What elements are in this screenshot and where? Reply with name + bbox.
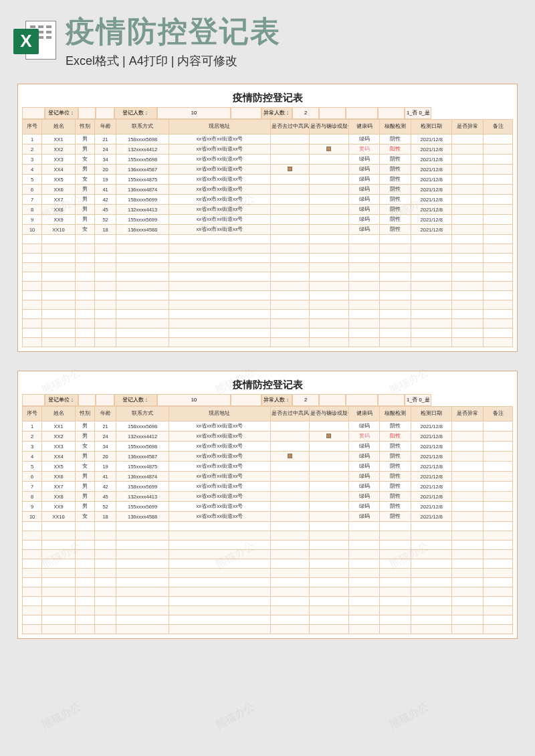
column-header: 年龄: [95, 407, 116, 421]
table-row: [23, 291, 513, 300]
table-row: [23, 254, 513, 263]
table-row: [23, 319, 513, 328]
checkbox-mark-icon: [288, 454, 292, 458]
column-header: 现居地址: [169, 120, 271, 134]
table-row: [23, 531, 513, 541]
table-row: [23, 522, 513, 531]
table-row: 1XX1男21158xxxx5698xx省xx市xx街道xx号绿码阴性2021/…: [23, 421, 513, 432]
table-row: 2XX2男24132xxxx4412xx省xx市xx街道xx号黄码阳性2021/…: [23, 432, 513, 442]
table-row: 2XX2男24132xxxx4412xx省xx市xx街道xx号黄码阳性2021/…: [23, 145, 513, 155]
sheet-preview-container: 疫情防控登记表登记单位：登记人数：10异常人数：21_否 0_是序号姓名性别年龄…: [0, 74, 535, 648]
excel-icon: X: [13, 19, 56, 62]
column-header: 联系方式: [116, 407, 169, 421]
column-header: 检测日期: [411, 407, 452, 421]
column-header: 核酸检测: [380, 120, 411, 134]
table-row: 7XX7男42158xxxx5699xx省xx市xx街道xx号绿码阴性2021/…: [23, 482, 513, 492]
table-row: 8XX8男45132xxxx4413xx省xx市xx街道xx号绿码阴性2021/…: [23, 205, 513, 215]
table-row: [23, 578, 513, 587]
column-header: 性别: [75, 120, 94, 134]
column-header: 现居地址: [169, 407, 271, 421]
column-header: 是否去过中高风险地区: [270, 407, 309, 421]
table-row: 1XX1男21158xxxx5698xx省xx市xx街道xx号绿码阴性2021/…: [23, 134, 513, 145]
table-row: [23, 597, 513, 606]
meta-row: 登记单位：登记人数：10异常人数：21_否 0_是: [22, 107, 513, 119]
column-header: 核酸检测: [380, 407, 411, 421]
table-row: 9XX9男52155xxxx5699xx省xx市xx街道xx号绿码阴性2021/…: [23, 502, 513, 512]
column-header: 是否异常: [452, 407, 484, 421]
column-header: 是否异常: [452, 120, 484, 134]
table-row: [23, 569, 513, 578]
column-header: 姓名: [42, 120, 76, 134]
table-row: [23, 244, 513, 254]
table-row: 3XX3女34155xxxx5698xx省xx市xx街道xx号绿码阴性2021/…: [23, 442, 513, 452]
table-row: [23, 300, 513, 310]
checkbox-mark-icon: [288, 167, 292, 171]
table-row: 5XX5女19155xxxx4875xx省xx市xx街道xx号绿码阴性2021/…: [23, 462, 513, 472]
table-row: 6XX6男41136xxxx4874xx省xx市xx街道xx号绿码阴性2021/…: [23, 472, 513, 482]
table-row: 5XX5女19155xxxx4875xx省xx市xx街道xx号绿码阴性2021/…: [23, 175, 513, 185]
checkbox-mark-icon: [326, 434, 331, 438]
sheet-preview-1: 疫情防控登记表登记单位：登记人数：10异常人数：21_否 0_是序号姓名性别年龄…: [17, 84, 518, 352]
column-header: 联系方式: [116, 120, 169, 134]
watermark: 熊猫办公: [213, 700, 257, 733]
table-row: [23, 606, 513, 616]
page-title: 疫情防控登记表: [66, 12, 522, 52]
column-header: 是否与确诊或疑似病例接触: [310, 120, 348, 134]
sheet-preview-2: 疫情防控登记表登记单位：登记人数：10异常人数：21_否 0_是序号姓名性别年龄…: [17, 371, 518, 639]
table-row: 4XX4男20136xxxx4587xx省xx市xx街道xx号绿码阴性2021/…: [23, 452, 513, 462]
column-header: 是否与确诊或疑似病例接触: [310, 407, 348, 421]
meta-row: 登记单位：登记人数：10异常人数：21_否 0_是: [22, 394, 513, 406]
table-row: 10XX10女18136xxxx4588xx省xx市xx街道xx号绿码阴性202…: [23, 225, 513, 235]
table-row: [23, 263, 513, 272]
table-row: 8XX8男45132xxxx4413xx省xx市xx街道xx号绿码阴性2021/…: [23, 492, 513, 502]
sheet-title: 疫情防控登记表: [22, 88, 513, 107]
watermark: 熊猫办公: [39, 700, 84, 733]
table-row: [23, 559, 513, 569]
registration-table: 序号姓名性别年龄联系方式现居地址是否去过中高风险地区是否与确诊或疑似病例接触健康…: [22, 406, 513, 634]
table-row: 3XX3女34155xxxx5698xx省xx市xx街道xx号绿码阴性2021/…: [23, 155, 513, 165]
table-row: 6XX6男41136xxxx4874xx省xx市xx街道xx号绿码阴性2021/…: [23, 185, 513, 195]
column-header: 姓名: [42, 407, 76, 421]
column-header: 备注: [484, 407, 513, 421]
table-row: [23, 616, 513, 625]
sheet-title: 疫情防控登记表: [22, 375, 513, 394]
table-row: [23, 541, 513, 550]
table-row: [23, 550, 513, 559]
table-row: [23, 310, 513, 319]
watermark: 熊猫办公: [387, 700, 431, 733]
header: X 疫情防控登记表 Excel格式 | A4打印 | 内容可修改: [0, 0, 535, 74]
column-header: 序号: [23, 407, 42, 421]
column-header: 性别: [75, 407, 94, 421]
registration-table: 序号姓名性别年龄联系方式现居地址是否去过中高风险地区是否与确诊或疑似病例接触健康…: [22, 119, 513, 347]
column-header: 健康码: [348, 407, 380, 421]
table-row: 10XX10女18136xxxx4588xx省xx市xx街道xx号绿码阴性202…: [23, 512, 513, 522]
table-row: 4XX4男20136xxxx4587xx省xx市xx街道xx号绿码阴性2021/…: [23, 165, 513, 175]
table-row: [23, 625, 513, 634]
column-header: 检测日期: [411, 120, 452, 134]
excel-x-letter: X: [13, 29, 39, 54]
column-header: 备注: [484, 120, 513, 134]
page-subtitle: Excel格式 | A4打印 | 内容可修改: [66, 53, 522, 69]
table-row: [23, 338, 513, 347]
column-header: 健康码: [348, 120, 380, 134]
checkbox-mark-icon: [326, 147, 331, 151]
table-row: [23, 272, 513, 282]
table-row: [23, 235, 513, 244]
column-header: 序号: [23, 120, 42, 134]
table-row: 9XX9男52155xxxx5699xx省xx市xx街道xx号绿码阴性2021/…: [23, 215, 513, 225]
table-row: 7XX7男42158xxxx5699xx省xx市xx街道xx号绿码阴性2021/…: [23, 195, 513, 205]
table-row: [23, 282, 513, 291]
table-row: [23, 587, 513, 597]
table-row: [23, 328, 513, 338]
column-header: 年龄: [95, 120, 116, 134]
column-header: 是否去过中高风险地区: [270, 120, 309, 134]
